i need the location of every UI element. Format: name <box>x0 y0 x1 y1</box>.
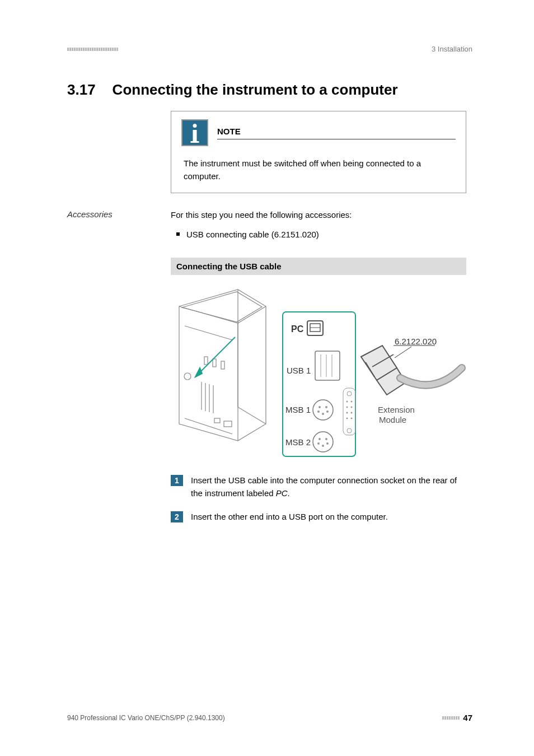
page-header: 3 Installation <box>67 45 472 53</box>
svg-point-29 <box>322 413 324 415</box>
fig-label-pc: PC <box>291 324 304 334</box>
chapter-reference: 3 Installation <box>432 45 472 53</box>
step-1-text-a: Insert the USB cable into the computer c… <box>191 475 457 498</box>
svg-point-41 <box>346 407 348 408</box>
svg-point-28 <box>326 410 329 413</box>
step-1-text-em: PC <box>276 488 288 498</box>
accessories-intro: For this step you need the following acc… <box>171 209 466 222</box>
note-title: NOTE <box>217 127 241 136</box>
svg-point-26 <box>325 406 327 408</box>
footer-decor-dashes <box>442 716 460 720</box>
svg-point-42 <box>351 407 353 408</box>
procedure-subheading: Connecting the USB cable <box>171 258 466 275</box>
section-title: Connecting the instrument to a computer <box>113 81 398 99</box>
accessories-list-item: USB connecting cable (6.2151.020) <box>176 228 466 241</box>
fig-label-msb1: MSB 1 <box>285 405 311 414</box>
note-title-wrap: NOTE <box>217 127 456 139</box>
page-number: 47 <box>463 713 472 722</box>
step-1-text: Insert the USB cable into the computer c… <box>191 474 466 500</box>
svg-point-32 <box>325 438 327 440</box>
svg-point-31 <box>318 438 321 440</box>
info-icon <box>181 119 208 146</box>
svg-point-39 <box>346 401 348 403</box>
step-number-badge: 1 <box>171 475 183 486</box>
svg-point-25 <box>318 406 321 408</box>
svg-point-40 <box>351 401 353 403</box>
note-header: NOTE <box>181 119 456 146</box>
note-callout: NOTE The instrument must be switched off… <box>171 111 466 193</box>
step-2: 2 Insert the other end into a USB port o… <box>171 511 466 524</box>
page: 3 Installation 3.17 Connecting the instr… <box>0 0 534 756</box>
svg-point-34 <box>326 442 329 445</box>
svg-point-27 <box>317 410 320 413</box>
content-column: NOTE The instrument must be switched off… <box>171 111 466 524</box>
step-number-badge: 2 <box>171 511 183 522</box>
page-footer: 940 Professional IC Vario ONE/ChS/PP (2.… <box>67 713 472 722</box>
svg-line-52 <box>395 347 411 358</box>
section-heading: 3.17 Connecting the instrument to a comp… <box>67 81 472 99</box>
note-body: The instrument must be switched off when… <box>184 157 456 183</box>
step-2-text: Insert the other end into a USB port on … <box>191 511 388 524</box>
fig-label-partno: 6.2122.020 <box>395 337 437 346</box>
step-1-text-b: . <box>288 488 290 498</box>
fig-label-ext1: Extension <box>378 405 415 414</box>
fig-label-usb1: USB 1 <box>287 366 311 375</box>
svg-point-46 <box>351 418 353 419</box>
step-1: 1 Insert the USB cable into the computer… <box>171 474 466 500</box>
margin-label-accessories: Accessories <box>67 209 113 219</box>
svg-point-33 <box>317 442 320 445</box>
accessories-item-text: USB connecting cable (6.2151.020) <box>186 228 319 241</box>
fig-label-msb2: MSB 2 <box>285 437 311 447</box>
footer-doc-id: 940 Professional IC Vario ONE/ChS/PP (2.… <box>67 714 225 722</box>
svg-point-35 <box>322 445 324 447</box>
section-number: 3.17 <box>67 81 96 99</box>
svg-point-44 <box>351 412 353 414</box>
bullet-square-icon <box>176 232 180 236</box>
svg-point-43 <box>346 412 348 414</box>
figure-usb-connection: PC USB 1 MSB 1 M <box>171 284 466 458</box>
svg-point-45 <box>346 418 348 419</box>
footer-right: 47 <box>442 713 472 722</box>
fig-label-ext2: Module <box>379 415 406 424</box>
header-decor-dashes <box>67 48 118 51</box>
